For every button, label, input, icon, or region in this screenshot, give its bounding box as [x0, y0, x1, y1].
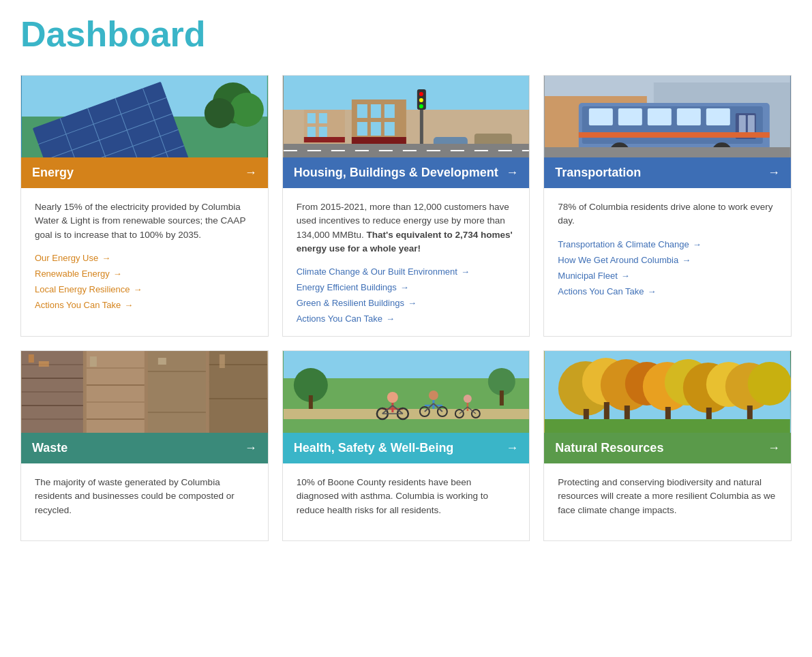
waste-card-header[interactable]: Waste → [21, 433, 268, 463]
svg-rect-86 [90, 356, 97, 367]
transportation-card-body: 78% of Columbia residents drive alone to… [544, 188, 791, 336]
energy-link-renewable[interactable]: Renewable Energy → [35, 269, 254, 279]
housing-link-green-label: Green & Resilient Buildings [297, 298, 404, 308]
waste-title: Waste [32, 441, 67, 455]
transportation-image [544, 76, 791, 157]
card-natural: Natural Resources → Protecting and conse… [543, 350, 792, 541]
health-description: 10% of Boone County residents have been … [297, 476, 516, 517]
energy-link-actions-arrow: → [124, 300, 133, 310]
transport-link-climate[interactable]: Transportation & Climate Change → [558, 239, 777, 249]
energy-image [21, 76, 268, 157]
waste-arrow-icon: → [245, 441, 257, 455]
svg-rect-62 [545, 147, 790, 157]
svg-rect-95 [499, 391, 503, 406]
svg-rect-85 [39, 361, 49, 367]
health-card-header[interactable]: Health, Safety & Well-Being → [283, 433, 530, 463]
svg-point-12 [230, 93, 264, 127]
energy-link-resilience-arrow: → [133, 284, 142, 294]
svg-rect-88 [220, 354, 225, 368]
health-title: Health, Safety & Well-Being [294, 441, 454, 455]
transport-link-actions-label: Actions You Can Take [558, 286, 644, 296]
housing-link-climate-arrow: → [461, 266, 470, 277]
energy-link-renewable-arrow: → [113, 269, 122, 279]
housing-link-efficient-arrow: → [400, 282, 409, 292]
natural-card-header[interactable]: Natural Resources → [544, 433, 791, 463]
transport-link-around-label: How We Get Around Columbia [558, 255, 678, 265]
svg-rect-49 [589, 108, 613, 125]
transport-link-fleet[interactable]: Municipal Fleet → [558, 271, 777, 281]
card-health: Health, Safety & Well-Being → 10% of Boo… [282, 350, 530, 541]
housing-link-climate-label: Climate Change & Our Built Environment [297, 266, 457, 277]
waste-image [21, 351, 268, 433]
natural-card-body: Protecting and conserving biodiversity a… [544, 463, 791, 540]
transport-link-around[interactable]: How We Get Around Columbia → [558, 255, 777, 265]
energy-link-our-energy-use[interactable]: Our Energy Use → [35, 253, 254, 263]
transportation-card-header[interactable]: Transportation → [544, 157, 791, 188]
transport-link-climate-arrow: → [693, 239, 702, 249]
housing-link-climate[interactable]: Climate Change & Our Built Environment → [297, 266, 516, 277]
housing-links: Climate Change & Our Built Environment →… [297, 266, 516, 324]
housing-link-efficient-label: Energy Efficient Buildings [297, 282, 397, 292]
svg-rect-21 [303, 137, 344, 142]
housing-link-green-arrow: → [408, 298, 417, 308]
energy-link-actions[interactable]: Actions You Can Take → [35, 300, 254, 310]
svg-rect-29 [351, 137, 406, 144]
svg-rect-24 [370, 104, 380, 118]
svg-rect-53 [706, 108, 730, 125]
svg-rect-84 [29, 354, 34, 363]
transportation-links: Transportation & Climate Change → How We… [558, 239, 777, 296]
housing-link-actions-label: Actions You Can Take [297, 314, 382, 324]
energy-arrow-icon: → [245, 166, 257, 180]
energy-card-header[interactable]: Energy → [21, 157, 268, 188]
svg-rect-20 [318, 127, 327, 137]
natural-title: Natural Resources [555, 441, 663, 455]
bottom-card-grid: Waste → The majority of waste generated … [20, 350, 792, 541]
energy-card-body: Nearly 15% of the electricity provided b… [21, 188, 268, 336]
svg-point-105 [428, 391, 438, 400]
housing-arrow-icon: → [506, 166, 518, 180]
svg-rect-17 [307, 113, 315, 123]
transport-link-around-arrow: → [682, 255, 691, 265]
svg-rect-27 [370, 122, 380, 136]
svg-point-97 [387, 392, 397, 403]
housing-link-actions[interactable]: Actions You Can Take → [297, 314, 516, 324]
natural-arrow-icon: → [768, 441, 780, 455]
energy-link-resilience[interactable]: Local Energy Resilience → [35, 284, 254, 294]
housing-link-actions-arrow: → [386, 314, 395, 324]
energy-link-actions-label: Actions You Can Take [35, 300, 121, 310]
svg-rect-26 [357, 122, 367, 136]
top-card-grid: Energy → Nearly 15% of the electricity p… [20, 75, 792, 337]
health-arrow-icon: → [506, 441, 518, 455]
housing-link-efficient[interactable]: Energy Efficient Buildings → [297, 282, 516, 292]
natural-description: Protecting and conserving biodiversity a… [558, 476, 777, 517]
transport-link-actions[interactable]: Actions You Can Take → [558, 286, 777, 296]
energy-link-our-energy-use-arrow: → [102, 253, 110, 263]
svg-rect-136 [545, 419, 790, 433]
page-title-section: Dashboard [20, 14, 792, 55]
housing-image [283, 76, 530, 157]
page-title: Dashboard [20, 14, 792, 55]
svg-rect-50 [618, 108, 642, 125]
card-waste: Waste → The majority of waste generated … [20, 350, 269, 541]
transportation-description: 78% of Columbia residents drive alone to… [558, 200, 777, 228]
energy-description: Nearly 15% of the electricity provided b… [35, 200, 254, 242]
svg-rect-51 [648, 108, 672, 125]
transport-link-actions-arrow: → [648, 286, 657, 296]
svg-point-112 [463, 395, 471, 403]
transportation-arrow-icon: → [768, 166, 780, 180]
housing-card-header[interactable]: Housing, Buildings & Development → [283, 157, 530, 188]
transport-link-climate-label: Transportation & Climate Change [558, 239, 689, 249]
svg-rect-57 [579, 132, 770, 138]
svg-rect-87 [158, 358, 166, 365]
transport-link-fleet-label: Municipal Fleet [558, 271, 617, 281]
transport-link-fleet-arrow: → [621, 271, 630, 281]
card-housing: Housing, Buildings & Development → From … [282, 75, 530, 337]
energy-title: Energy [32, 166, 74, 180]
svg-rect-52 [677, 108, 701, 125]
health-image [283, 351, 530, 433]
energy-link-our-energy-use-label: Our Energy Use [35, 253, 98, 263]
svg-rect-18 [318, 113, 327, 123]
energy-links: Our Energy Use → Renewable Energy → Loca… [35, 253, 254, 310]
svg-rect-67 [209, 351, 267, 433]
housing-link-green[interactable]: Green & Resilient Buildings → [297, 298, 516, 308]
